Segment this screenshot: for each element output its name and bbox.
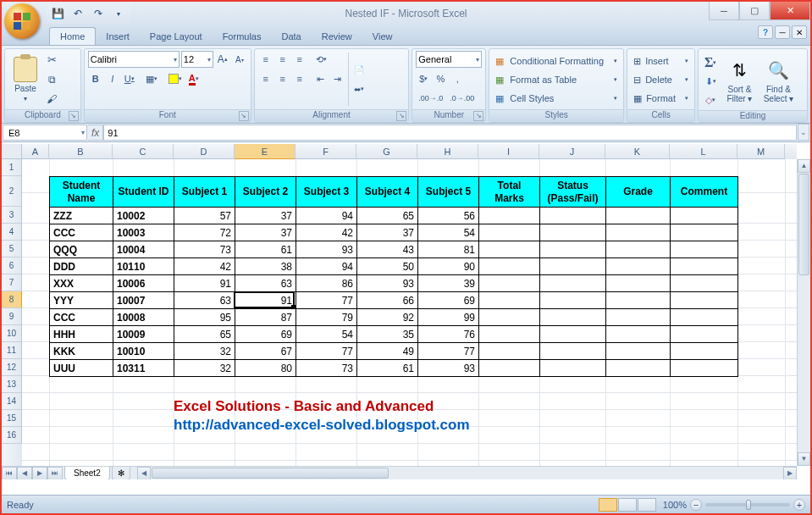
new-sheet-tab-icon[interactable]: ✻ [112, 467, 130, 480]
qat-customize-icon[interactable]: ▾ [112, 7, 125, 20]
autosum-button[interactable]: Σ ▾ [702, 54, 719, 71]
table-cell[interactable] [540, 343, 606, 360]
table-cell[interactable]: 65 [357, 208, 418, 224]
table-cell[interactable]: 42 [296, 224, 357, 241]
table-cell[interactable] [606, 275, 671, 292]
table-cell[interactable] [479, 208, 540, 224]
cells-area[interactable]: Student NameStudent IDSubject 1Subject 2… [22, 159, 797, 466]
row-header-4[interactable]: 4 [2, 224, 22, 241]
table-header[interactable]: Subject 3 [296, 177, 357, 208]
clipboard-launcher-icon[interactable]: ↘ [69, 111, 79, 121]
table-cell[interactable]: 93 [418, 360, 479, 377]
table-header[interactable]: Comment [671, 177, 738, 208]
table-cell[interactable] [479, 275, 540, 292]
table-cell[interactable] [671, 309, 738, 326]
table-cell[interactable]: 67 [235, 343, 296, 360]
col-header-H[interactable]: H [417, 144, 478, 159]
table-cell[interactable]: YYY [50, 292, 113, 309]
table-cell[interactable]: 69 [235, 326, 296, 343]
sheet-nav-next-icon[interactable]: ▶ [32, 467, 47, 480]
row-header-6[interactable]: 6 [2, 258, 22, 274]
row-header-7[interactable]: 7 [2, 274, 22, 291]
table-cell[interactable]: 76 [418, 326, 479, 343]
align-right-button[interactable]: ≡ [292, 70, 307, 87]
row-header-10[interactable]: 10 [2, 325, 22, 342]
row-header-3[interactable]: 3 [2, 207, 22, 224]
table-header[interactable]: Subject 2 [235, 177, 296, 208]
format-cells-button[interactable]: ▦ Format ▾ [631, 90, 691, 107]
col-header-L[interactable]: L [670, 144, 737, 159]
scroll-up-icon[interactable]: ▲ [798, 159, 810, 173]
row-header-2[interactable]: 2 [2, 176, 22, 207]
currency-button[interactable]: $ ▾ [416, 70, 431, 87]
zoom-in-button[interactable]: + [793, 499, 805, 511]
minimize-button[interactable]: ─ [709, 2, 739, 20]
table-cell[interactable]: 10010 [113, 343, 174, 360]
table-cell[interactable]: XXX [50, 275, 113, 292]
table-cell[interactable]: 57 [174, 208, 235, 224]
table-cell[interactable]: 54 [296, 326, 357, 343]
align-top-button[interactable]: ≡ [258, 51, 273, 68]
col-header-J[interactable]: J [539, 144, 605, 159]
align-center-button[interactable]: ≡ [275, 70, 290, 87]
col-header-C[interactable]: C [113, 144, 174, 159]
decrease-decimal-button[interactable]: .0→.00 [447, 90, 477, 107]
sort-filter-button[interactable]: ⇅ Sort & Filter ▾ [721, 51, 758, 108]
table-cell[interactable]: 39 [418, 275, 479, 292]
table-cell[interactable]: 38 [235, 258, 296, 275]
orientation-button[interactable]: ⟲ ▾ [313, 51, 329, 68]
col-header-K[interactable]: K [605, 144, 670, 159]
table-cell[interactable] [540, 241, 606, 258]
scroll-right-icon[interactable]: ▶ [783, 467, 797, 479]
table-cell[interactable]: 10110 [113, 258, 174, 275]
col-header-I[interactable]: I [478, 144, 539, 159]
table-cell[interactable] [479, 343, 540, 360]
ribbon-toggle-icon[interactable]: ─ [775, 25, 790, 39]
clear-button[interactable]: ◇ ▾ [702, 91, 719, 108]
zoom-value[interactable]: 100% [663, 500, 687, 510]
table-cell[interactable]: QQQ [50, 241, 113, 258]
row-header-8[interactable]: 8 [2, 291, 22, 308]
col-header-E[interactable]: E [235, 144, 296, 159]
table-cell[interactable] [671, 292, 738, 309]
table-cell[interactable] [671, 360, 738, 377]
table-cell[interactable] [479, 292, 540, 309]
table-cell[interactable]: 73 [296, 360, 357, 377]
tab-page-layout[interactable]: Page Layout [140, 28, 213, 45]
table-cell[interactable]: 63 [235, 275, 296, 292]
table-cell[interactable] [479, 224, 540, 241]
office-button[interactable] [4, 3, 40, 39]
undo-icon[interactable]: ↶ [71, 7, 85, 20]
table-header[interactable]: Student Name [50, 177, 113, 208]
table-cell[interactable] [671, 224, 738, 241]
table-cell[interactable] [671, 208, 738, 224]
table-cell[interactable]: 42 [174, 258, 235, 275]
table-cell[interactable]: 69 [418, 292, 479, 309]
redo-icon[interactable]: ↷ [91, 7, 105, 20]
help-icon[interactable]: ? [758, 25, 773, 39]
table-cell[interactable]: 91 [174, 275, 235, 292]
table-cell[interactable] [479, 258, 540, 275]
col-header-A[interactable]: A [22, 144, 49, 159]
tab-formulas[interactable]: Formulas [213, 28, 272, 45]
save-icon[interactable]: 💾 [51, 7, 64, 20]
table-cell[interactable]: 10008 [113, 309, 174, 326]
table-cell[interactable] [540, 292, 606, 309]
table-cell[interactable] [540, 224, 606, 241]
table-cell[interactable] [540, 258, 606, 275]
table-cell[interactable]: 32 [174, 360, 235, 377]
number-launcher-icon[interactable]: ↘ [473, 111, 483, 121]
sheet-nav-first-icon[interactable]: ⏮ [2, 467, 17, 480]
sheet-tab[interactable]: Sheet2 [64, 467, 110, 480]
row-header-11[interactable]: 11 [2, 342, 22, 359]
table-cell[interactable]: 10002 [113, 208, 174, 224]
table-cell[interactable]: 10007 [113, 292, 174, 309]
tab-data[interactable]: Data [271, 28, 311, 45]
view-normal-button[interactable] [599, 498, 617, 512]
italic-button[interactable]: I [105, 70, 120, 87]
doc-close-icon[interactable]: ✕ [792, 25, 807, 39]
col-header-M[interactable]: M [737, 144, 785, 159]
table-cell[interactable] [606, 360, 671, 377]
table-cell[interactable] [540, 309, 606, 326]
close-button[interactable]: ✕ [770, 2, 810, 20]
